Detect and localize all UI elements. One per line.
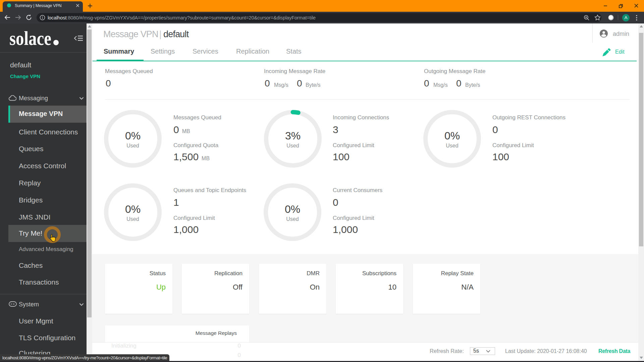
svg-text:solace: solace — [9, 29, 51, 48]
